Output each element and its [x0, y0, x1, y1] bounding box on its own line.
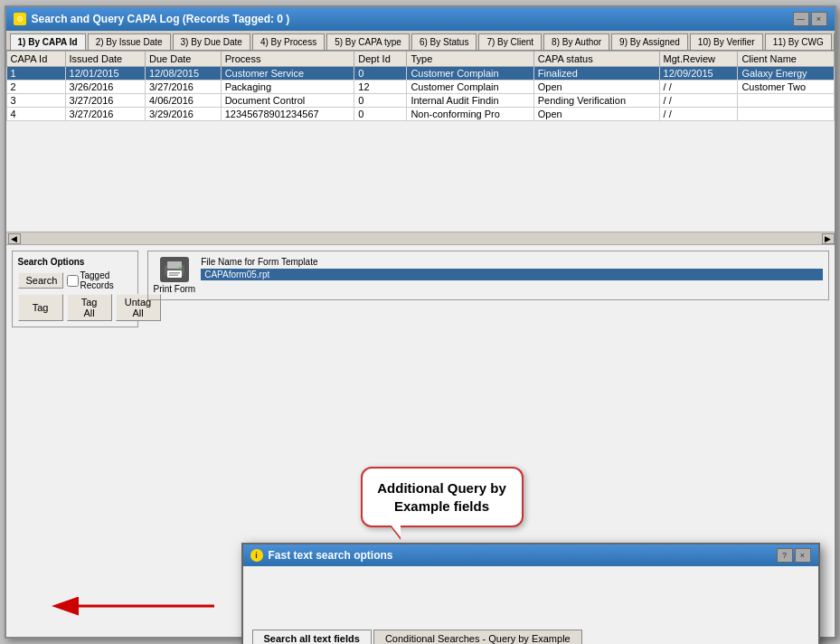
svg-point-5 [178, 267, 181, 270]
col-header-issued-date[interactable]: Issued Date [65, 52, 145, 67]
search-row-2: Tag Tag All Untag All [18, 294, 132, 321]
tab-by-capa-id[interactable]: 1) By CAPA Id [10, 33, 86, 50]
bottom-panel: Search Options Search Tagged Records Tag… [6, 244, 835, 362]
title-controls: — × [793, 12, 827, 26]
cell-status: Open [533, 108, 659, 121]
cell-type: Internal Audit Findin [407, 94, 533, 108]
tab-by-client[interactable]: 7) By Client [478, 33, 542, 50]
col-header-dept-id[interactable]: Dept Id [354, 52, 407, 67]
search-row-1: Search Tagged Records [18, 270, 132, 290]
cell-issued: 3/27/2016 [65, 108, 145, 121]
dialog-title-controls: ? × [777, 548, 811, 563]
tab-bar: 1) By CAPA Id 2) By Issue Date 3) By Due… [6, 31, 835, 51]
file-list: File Name for Form Template CAPAform05.r… [201, 257, 822, 280]
cell-client [738, 94, 834, 108]
tab-by-pa[interactable]: 12) By PA Cl [834, 33, 835, 50]
cell-due: 4/06/2016 [145, 94, 221, 108]
cell-process: Customer Service [221, 67, 354, 80]
col-header-due-date[interactable]: Due Date [145, 52, 221, 67]
tab-by-process[interactable]: 4) By Process [252, 33, 325, 50]
col-header-client-name[interactable]: Client Name [738, 52, 834, 67]
printer-icon [160, 257, 189, 282]
cell-due: 12/08/2015 [145, 67, 221, 80]
cell-status: Finalized [533, 67, 659, 80]
tagged-records-check[interactable]: Tagged Records [67, 270, 132, 290]
minimize-button[interactable]: — [793, 12, 809, 26]
svg-rect-2 [167, 270, 182, 278]
dialog-tab-search-all[interactable]: Search all text fields [252, 630, 372, 644]
print-area: Print Form File Name for Form Template C… [147, 251, 829, 300]
close-button[interactable]: × [811, 12, 827, 26]
dialog-close-button[interactable]: × [795, 548, 811, 563]
search-options-label: Search Options [18, 257, 132, 267]
cell-type: Customer Complain [407, 67, 533, 80]
tab-by-cwg[interactable]: 11) By CWG [765, 33, 832, 50]
tagged-records-checkbox[interactable] [67, 275, 79, 287]
cell-capa-id: 3 [6, 94, 65, 108]
table-row[interactable]: 2 3/26/2016 3/27/2016 Packaging 12 Custo… [6, 80, 834, 94]
main-window: ⚙ Search and Query CAPA Log (Records Tag… [5, 5, 836, 639]
cell-dept: 0 [354, 94, 407, 108]
print-form-label: Print Form [154, 284, 196, 294]
app-icon: ⚙ [14, 13, 26, 25]
cell-due: 3/29/2016 [145, 108, 221, 121]
dialog-tab-bar: Search all text fields Conditional Searc… [252, 630, 809, 644]
table-row[interactable]: 4 3/27/2016 3/29/2016 12345678901234567 … [6, 108, 834, 121]
tab-by-verifier[interactable]: 10) By Verifier [690, 33, 763, 50]
red-arrow [52, 583, 232, 629]
cell-mgt: 12/09/2015 [659, 67, 738, 80]
cell-issued: 12/01/2015 [65, 67, 145, 80]
cell-issued: 3/26/2016 [65, 80, 145, 94]
tab-by-assigned[interactable]: 9) By Assigned [611, 33, 688, 50]
dialog-icon: i [250, 549, 263, 562]
dialog-title-bar: i Fast text search options ? × [243, 545, 818, 566]
tab-by-issue-date[interactable]: 2) By Issue Date [88, 33, 171, 50]
cell-dept: 12 [354, 80, 407, 94]
cell-type: Non-conforming Pro [407, 108, 533, 121]
cell-process: Packaging [221, 80, 354, 94]
window-title: Search and Query CAPA Log (Records Tagge… [32, 13, 290, 25]
col-header-process[interactable]: Process [221, 52, 354, 67]
cell-status: Pending Verification [533, 94, 659, 108]
dialog-title-text: Fast text search options [269, 549, 393, 562]
svg-rect-3 [169, 272, 180, 274]
cell-process: 12345678901234567 [221, 108, 354, 121]
title-bar-left: ⚙ Search and Query CAPA Log (Records Tag… [14, 13, 290, 25]
svg-rect-4 [169, 275, 178, 277]
grid-scroll[interactable]: CAPA Id Issued Date Due Date Process Dep… [6, 51, 835, 232]
dialog-help-button[interactable]: ? [777, 548, 793, 563]
dialog-tab-conditional[interactable]: Conditional Searches - Query by Example [373, 630, 582, 644]
cell-process: Document Control [221, 94, 354, 108]
horizontal-scrollbar[interactable]: ◀ ▶ [6, 232, 835, 244]
tab-by-capa-type[interactable]: 5) By CAPA type [326, 33, 410, 50]
search-button[interactable]: Search [18, 272, 63, 289]
file-list-item[interactable]: CAPAform05.rpt [201, 269, 822, 280]
tab-by-due-date[interactable]: 3) By Due Date [173, 33, 250, 50]
col-header-type[interactable]: Type [407, 52, 533, 67]
fast-text-search-dialog: i Fast text search options ? × Additiona… [241, 543, 820, 644]
cell-dept: 0 [354, 108, 407, 121]
tag-all-button[interactable]: Tag All [67, 294, 112, 321]
cell-mgt: / / [659, 80, 738, 94]
cell-capa-id: 2 [6, 80, 65, 94]
cell-capa-id: 1 [6, 67, 65, 80]
table-row[interactable]: 3 3/27/2016 4/06/2016 Document Control 0… [6, 94, 834, 108]
cell-client: Customer Two [738, 80, 834, 94]
cell-capa-id: 4 [6, 108, 65, 121]
dialog-body: Additional Query by Example fields Searc… [243, 566, 818, 644]
data-table: CAPA Id Issued Date Due Date Process Dep… [6, 51, 835, 121]
print-form-button[interactable]: Print Form [154, 257, 196, 294]
tab-by-status[interactable]: 6) By Status [411, 33, 477, 50]
dialog-container: i Fast text search options ? × Additiona… [6, 362, 835, 637]
col-header-capa-id[interactable]: CAPA Id [6, 52, 65, 67]
tagged-records-label: Tagged Records [80, 270, 132, 290]
tag-button[interactable]: Tag [18, 294, 63, 321]
dialog-title-left: i Fast text search options [250, 549, 393, 562]
col-header-capa-status[interactable]: CAPA status [533, 52, 659, 67]
table-row[interactable]: 1 12/01/2015 12/08/2015 Customer Service… [6, 67, 834, 80]
cell-due: 3/27/2016 [145, 80, 221, 94]
tab-by-author[interactable]: 8) By Author [543, 33, 609, 50]
callout-bubble: Additional Query by Example fields [361, 467, 524, 527]
col-header-mgt-review[interactable]: Mgt.Review [659, 52, 738, 67]
cell-mgt: / / [659, 94, 738, 108]
